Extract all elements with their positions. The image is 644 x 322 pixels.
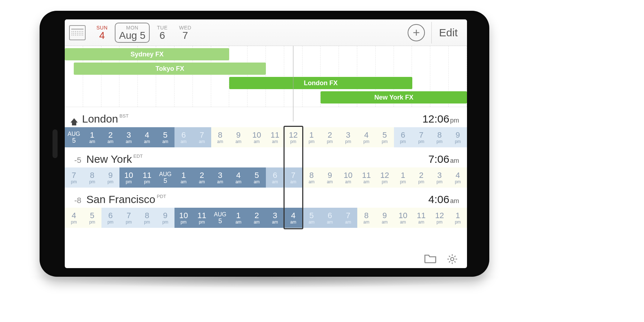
hour-cell[interactable]: 6pm [394,127,412,147]
hour-cell[interactable]: 6am [174,127,193,147]
hour-cell[interactable]: 9pm [156,208,174,228]
toolbar: SUN4MONAug 5TUE6WED7 + Edit [65,19,467,46]
hour-cell[interactable]: 11pm [138,167,156,188]
hour-cell[interactable]: 12pm [430,208,449,228]
hour-cell[interactable]: 6am [321,208,339,228]
hour-cell[interactable]: 9pm [101,167,120,188]
hour-cell[interactable]: 2am [101,127,120,147]
day-tabs: SUN4MONAug 5TUE6WED7 [92,23,196,43]
hour-cell[interactable]: 6am [266,167,284,188]
hour-cell[interactable]: 1am [174,167,193,188]
hour-cell[interactable]: 11am [412,208,430,228]
hour-cell[interactable]: 12pm [376,167,394,188]
hour-cell[interactable]: 4pm [65,208,83,228]
city-tz: BST [119,113,128,119]
hour-cell[interactable]: AUG5 [65,127,83,147]
home-icon [71,118,78,123]
hour-cell[interactable]: 1pm [394,167,412,188]
city-header: LondonBST12:06pm [65,107,467,127]
day-tab-2[interactable]: TUE6 [153,25,172,41]
sessions-gantt[interactable]: Sydney FXTokyo FXLondon FXNew York FX [65,46,467,107]
hour-cell[interactable]: 11am [266,127,284,147]
hour-cell[interactable]: 4am [138,127,156,147]
hour-cell[interactable]: 2am [193,167,211,188]
session-bar[interactable]: Tokyo FX [74,63,266,75]
hour-cell[interactable]: 2pm [321,127,339,147]
hour-cell[interactable]: 1pm [303,127,321,147]
hour-cell[interactable]: 1am [83,127,101,147]
city-name: New York [86,153,132,165]
hour-cell[interactable]: 10am [394,208,412,228]
hour-cell[interactable]: 7pm [65,167,83,188]
city-hours-row[interactable]: 4pm5pm6pm7pm8pm9pm10pm11pmAUG51am2am3am4… [65,208,467,228]
hour-cell[interactable]: 5pm [376,127,394,147]
city-tz: PDT [157,194,166,199]
hour-cell[interactable]: AUG5 [156,167,174,188]
hour-cell[interactable]: 1pm [449,208,467,228]
hour-cell[interactable]: 3pm [430,167,449,188]
city-header: -8San FranciscoPDT4:06am [65,188,467,208]
hour-cell[interactable]: 4pm [357,127,376,147]
city-hours-row[interactable]: AUG51am2am3am4am5am6am7am8am9am10am11am1… [65,127,467,147]
city-time: 12:06pm [422,113,459,125]
gear-icon[interactable] [446,253,459,264]
hour-cell[interactable]: 7pm [412,127,430,147]
hour-cell[interactable]: 8am [303,167,321,188]
session-bar[interactable]: Sydney FX [65,48,229,60]
city-hours-row[interactable]: 7pm8pm9pm10pm11pmAUG51am2am3am4am5am6am7… [65,167,467,188]
day-tab-1[interactable]: MONAug 5 [115,23,150,43]
day-tab-0[interactable]: SUN4 [92,25,112,41]
folder-icon[interactable] [424,253,437,264]
calendar-icon[interactable] [69,25,86,40]
hour-cell[interactable]: 8pm [430,127,449,147]
hour-cell[interactable]: 8am [357,208,376,228]
city-tz: EDT [133,153,143,159]
hour-cell[interactable]: 9am [376,208,394,228]
hour-cell[interactable]: 3am [266,208,284,228]
session-bar[interactable]: London FX [229,77,412,89]
hour-cell[interactable]: 7pm [119,208,138,228]
day-tab-3[interactable]: WED7 [175,25,196,41]
hour-cell[interactable]: 10am [248,127,266,147]
hour-cell[interactable]: 4am [229,167,248,188]
hour-cell[interactable]: 11pm [193,208,211,228]
hour-cell[interactable]: 5am [156,127,174,147]
hour-cell[interactable]: 9am [321,167,339,188]
phone-frame: SUN4MONAug 5TUE6WED7 + Edit Sydney FXTok… [40,11,489,277]
hour-cell[interactable]: 3am [119,127,138,147]
hour-cell[interactable]: AUG5 [211,208,230,228]
hour-cell[interactable]: 10am [339,167,357,188]
hour-cell[interactable]: 4pm [449,167,467,188]
svg-point-0 [450,257,454,261]
hour-cell[interactable]: 5am [303,208,321,228]
cities-panel[interactable]: LondonBST12:06pmAUG51am2am3am4am5am6am7a… [65,107,467,228]
session-bar[interactable]: New York FX [321,91,467,104]
hour-cell[interactable]: 4am [284,208,303,228]
hour-cell[interactable]: 1am [229,208,248,228]
hour-cell[interactable]: 7am [193,127,211,147]
hour-cell[interactable]: 8pm [138,208,156,228]
hour-cell[interactable]: 8pm [83,167,101,188]
hour-cell[interactable]: 11am [357,167,376,188]
city-offset: -8 [71,196,81,205]
hour-cell[interactable]: 5pm [83,208,101,228]
hour-cell[interactable]: 9pm [449,127,467,147]
hour-cell[interactable]: 12pm [284,127,303,147]
add-button[interactable]: + [408,24,425,41]
city-name: London [82,113,118,125]
hour-cell[interactable]: 3pm [339,127,357,147]
hour-cell[interactable]: 10pm [119,167,138,188]
hour-cell[interactable]: 5am [248,167,266,188]
hour-cell[interactable]: 7am [284,167,303,188]
day-num: 4 [96,31,108,41]
edit-button[interactable]: Edit [434,27,463,39]
hour-cell[interactable]: 2am [248,208,266,228]
hour-cell[interactable]: 6pm [101,208,120,228]
hour-cell[interactable]: 3am [211,167,230,188]
hour-cell[interactable]: 7am [339,208,357,228]
hour-cell[interactable]: 8am [211,127,230,147]
hour-cell[interactable]: 10pm [174,208,193,228]
day-num: 6 [157,31,168,41]
hour-cell[interactable]: 2pm [412,167,430,188]
hour-cell[interactable]: 9am [229,127,248,147]
